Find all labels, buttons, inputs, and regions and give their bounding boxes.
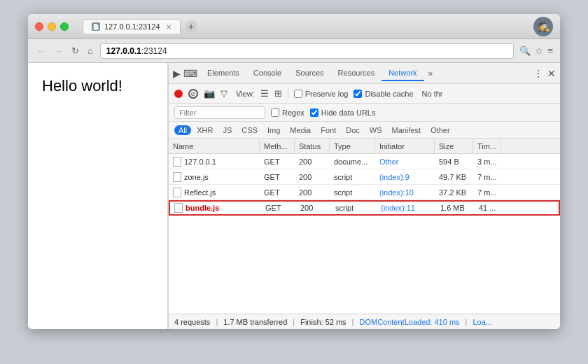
status-bar: 4 requests | 1.7 MB transferred | Finish… [169,314,560,329]
type-filter-doc[interactable]: Doc [342,125,364,135]
hide-data-urls-checkbox[interactable] [310,108,318,117]
hide-data-urls-option[interactable]: Hide data URLs [310,108,376,117]
file-icon [174,203,183,213]
load-time[interactable]: Loa... [472,318,492,326]
filter-input[interactable] [174,106,265,119]
requests-count: 4 requests [174,318,210,326]
grid-view-icon[interactable]: ⊞ [274,88,282,99]
col-type[interactable]: Type [330,139,375,153]
disable-cache-checkbox[interactable] [354,90,362,98]
col-name[interactable]: Name [169,139,260,153]
cell-type: script [330,169,375,184]
col-status[interactable]: Status [295,139,330,153]
devtools-close-icon[interactable]: ✕ [547,68,556,79]
type-filter-css[interactable]: CSS [237,125,262,135]
address-url-bold: 127.0.0.1 [106,46,141,56]
forward-button[interactable]: → [52,44,64,57]
type-filter-other[interactable]: Other [426,125,454,135]
table-row[interactable]: Reflect.js GET 200 script (index):10 37.… [169,185,560,200]
tab-resources[interactable]: Resources [331,66,382,81]
type-filter-media[interactable]: Media [286,125,315,135]
filter-icon[interactable]: ▽ [220,88,227,99]
reload-button[interactable]: ↻ [70,44,80,57]
preserve-log-option[interactable]: Preserve log [294,90,349,98]
cell-type: script [330,185,375,200]
tab-network[interactable]: Network [382,66,424,81]
bookmark-icon[interactable]: ☆ [535,46,543,56]
close-button[interactable] [35,22,43,31]
tab-close-icon[interactable]: ✕ [166,23,172,31]
maximize-button[interactable] [60,22,69,31]
record-button[interactable] [174,90,183,98]
menu-icon[interactable]: ≡ [547,46,553,56]
network-toolbar: ⊘ 📷 ▽ View: ☰ ⊞ Preserve log Disable cac… [169,84,560,104]
cell-size: 594 B [435,154,473,169]
browser-spy-icon: 🕵 [533,17,553,36]
finish-time: Finish: 52 ms [300,318,346,326]
cell-size: 1.6 MB [436,202,475,214]
type-filter-font[interactable]: Font [316,125,340,135]
more-tabs-icon[interactable]: » [424,66,438,81]
col-size[interactable]: Size [435,139,473,153]
table-row[interactable]: 127.0.0.1 GET 200 docume... Other 594 B … [169,154,560,169]
home-button[interactable]: ⌂ [86,44,94,57]
cell-method: GET [260,185,295,200]
search-icon[interactable]: 🔍 [519,46,531,56]
new-tab-button[interactable]: + [185,20,197,33]
type-filter-bar: All XHR JS CSS Img Media Font Doc WS Man… [169,122,560,139]
camera-icon[interactable]: 📷 [204,88,215,99]
type-filter-ws[interactable]: WS [365,125,386,135]
table-row[interactable]: zone.js GET 200 script (index):9 49.7 KB… [169,169,560,185]
devtools-actions: ⋮ ✕ [533,68,556,79]
devtools-more-icon[interactable]: ⋮ [533,68,543,79]
address-bar: ← → ↻ ⌂ 127.0.0.1:23124 🔍 ☆ ≡ [28,39,560,63]
filter-options: Regex Hide data URLs [271,108,375,117]
cell-status: 200 [295,154,330,169]
type-filter-js[interactable]: JS [218,125,236,135]
type-filter-img[interactable]: Img [263,125,284,135]
filter-bar: Regex Hide data URLs [169,104,560,122]
cursor-tool-icon[interactable]: ▶ [173,68,181,79]
cell-time: 3 m... [473,154,501,169]
cell-initiator: (index):9 [375,169,435,184]
tab-elements[interactable]: Elements [200,66,246,81]
preserve-log-checkbox[interactable] [294,90,302,98]
regex-label: Regex [282,108,304,117]
type-filter-xhr[interactable]: XHR [192,125,217,135]
separator1: | [216,318,218,326]
list-view-icon[interactable]: ☰ [260,88,269,99]
browser-window: 📄 127.0.0.1:23124 ✕ + 🕵 ← → ↻ ⌂ 127.0.0.… [28,14,560,329]
cell-name: bundle.js [170,202,261,214]
cell-time: 41 ... [475,202,503,214]
tab-console[interactable]: Console [246,66,288,81]
transferred-size: 1.7 MB transferred [223,318,287,326]
devtools-tabs: ▶ ⌨ Elements Console Sources Resources N… [169,63,560,84]
regex-checkbox[interactable] [271,108,279,117]
table-row-highlighted[interactable]: bundle.js GET 200 script (index):11 1.6 … [169,200,560,216]
minimize-button[interactable] [48,22,56,31]
regex-option[interactable]: Regex [271,108,304,117]
clear-button[interactable]: ⊘ [188,89,198,99]
browser-tab[interactable]: 📄 127.0.0.1:23124 ✕ [83,19,181,34]
tab-sources[interactable]: Sources [288,66,330,81]
col-time[interactable]: Tim... [473,139,501,153]
view-label: View: [236,90,255,98]
traffic-lights [35,22,69,31]
disable-cache-label: Disable cache [365,90,413,98]
cell-initiator: (index):11 [377,202,436,214]
dom-content-loaded[interactable]: DOMContentLoaded: 410 ms [359,318,459,326]
cell-method: GET [261,202,296,214]
disable-cache-option[interactable]: Disable cache [354,90,413,98]
back-button[interactable]: ← [35,44,47,57]
col-initiator[interactable]: Initiator [375,139,435,153]
separator3: | [352,318,354,326]
type-filter-all[interactable]: All [174,125,191,135]
col-method[interactable]: Meth... [260,139,295,153]
title-bar: 📄 127.0.0.1:23124 ✕ + 🕵 [28,14,560,39]
type-filter-manifest[interactable]: Manifest [388,125,426,135]
address-input[interactable]: 127.0.0.1:23124 [100,43,514,59]
mobile-tool-icon[interactable]: ⌨ [183,68,197,79]
cell-name: 127.0.0.1 [169,154,260,169]
separator2: | [293,318,295,326]
address-url-rest: :23124 [141,46,167,56]
